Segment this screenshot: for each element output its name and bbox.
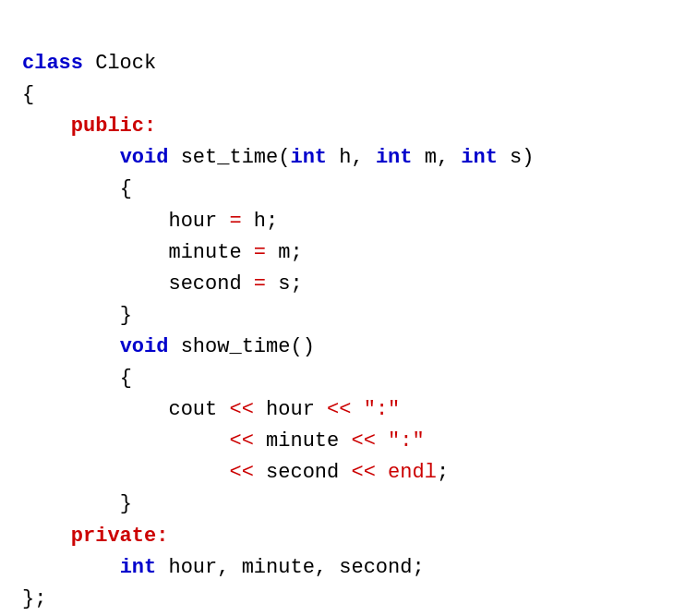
op-lshift5: << xyxy=(229,461,253,484)
keyword-class: class xyxy=(22,52,83,75)
class-name: Clock xyxy=(83,52,156,75)
op-eq2: = xyxy=(254,241,278,264)
brace-show-close: } xyxy=(120,492,132,515)
brace-set-close: } xyxy=(120,304,132,327)
val-h: h; xyxy=(254,210,278,233)
ident-minute: minute xyxy=(254,429,352,453)
str-colon2: ":" xyxy=(376,429,425,453)
op-lshift3: << xyxy=(229,429,253,453)
fn-show-time: show_time() xyxy=(168,335,314,358)
member-vars: hour, minute, second; xyxy=(156,556,424,579)
keyword-void2: void xyxy=(120,335,169,358)
keyword-endl: endl xyxy=(376,461,437,484)
stmt-second: second xyxy=(168,272,253,296)
val-m: m; xyxy=(278,241,302,264)
brace-show-open: { xyxy=(120,367,132,390)
access-public: public: xyxy=(71,115,156,138)
op-lshift4: << xyxy=(351,429,375,453)
keyword-int-private: int xyxy=(120,556,157,579)
keyword-int3: int xyxy=(461,146,498,169)
code-container: class Clock { public: void set_time(int … xyxy=(22,17,676,615)
param-m: m, xyxy=(413,146,462,169)
ident-hour: hour xyxy=(254,398,327,421)
param-h: h, xyxy=(327,146,376,169)
param-s: s) xyxy=(498,146,535,169)
fn-set-time: set_time( xyxy=(168,146,290,169)
stmt-hour: hour xyxy=(168,210,229,233)
semicolon1: ; xyxy=(437,461,449,484)
stmt-cout: cout xyxy=(168,398,229,421)
op-eq1: = xyxy=(229,210,253,233)
keyword-int1: int xyxy=(290,146,327,169)
str-colon1: ":" xyxy=(351,398,400,421)
op-eq3: = xyxy=(254,272,278,296)
val-s: s; xyxy=(278,272,302,296)
brace-set-open: { xyxy=(120,177,132,200)
brace-open: { xyxy=(22,83,34,106)
access-private: private: xyxy=(71,525,169,548)
keyword-int2: int xyxy=(376,146,413,169)
keyword-void1: void xyxy=(120,146,169,169)
op-lshift6: << xyxy=(351,461,375,484)
stmt-minute: minute xyxy=(168,241,253,264)
brace-class-close: }; xyxy=(22,587,46,610)
op-lshift2: << xyxy=(327,398,351,421)
op-lshift1: << xyxy=(229,398,253,421)
ident-second: second xyxy=(254,461,352,484)
